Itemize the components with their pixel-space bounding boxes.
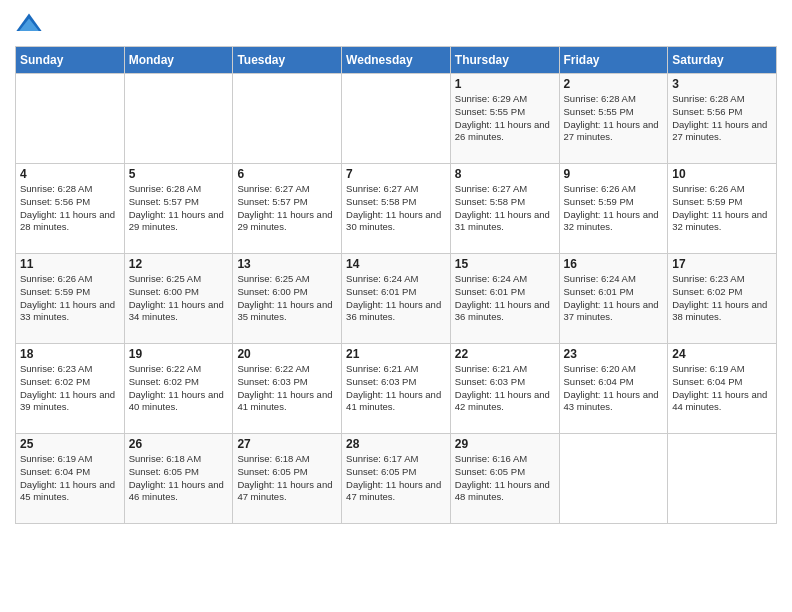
day-info: Sunrise: 6:29 AMSunset: 5:55 PMDaylight:… [455,93,555,144]
day-info: Sunrise: 6:18 AMSunset: 6:05 PMDaylight:… [237,453,337,504]
day-info: Sunrise: 6:17 AMSunset: 6:05 PMDaylight:… [346,453,446,504]
day-number: 21 [346,347,446,361]
calendar-cell: 11 Sunrise: 6:26 AMSunset: 5:59 PMDaylig… [16,254,125,344]
day-info: Sunrise: 6:21 AMSunset: 6:03 PMDaylight:… [346,363,446,414]
day-number: 19 [129,347,229,361]
calendar-cell [124,74,233,164]
calendar-cell: 13 Sunrise: 6:25 AMSunset: 6:00 PMDaylig… [233,254,342,344]
week-row-4: 18 Sunrise: 6:23 AMSunset: 6:02 PMDaylig… [16,344,777,434]
day-number: 1 [455,77,555,91]
calendar-cell: 25 Sunrise: 6:19 AMSunset: 6:04 PMDaylig… [16,434,125,524]
calendar-cell: 7 Sunrise: 6:27 AMSunset: 5:58 PMDayligh… [342,164,451,254]
day-info: Sunrise: 6:26 AMSunset: 5:59 PMDaylight:… [564,183,664,234]
calendar-cell: 2 Sunrise: 6:28 AMSunset: 5:55 PMDayligh… [559,74,668,164]
day-info: Sunrise: 6:24 AMSunset: 6:01 PMDaylight:… [455,273,555,324]
day-number: 5 [129,167,229,181]
day-number: 24 [672,347,772,361]
day-info: Sunrise: 6:24 AMSunset: 6:01 PMDaylight:… [564,273,664,324]
logo [15,10,47,38]
calendar-cell: 12 Sunrise: 6:25 AMSunset: 6:00 PMDaylig… [124,254,233,344]
calendar-cell: 4 Sunrise: 6:28 AMSunset: 5:56 PMDayligh… [16,164,125,254]
day-info: Sunrise: 6:19 AMSunset: 6:04 PMDaylight:… [20,453,120,504]
calendar-cell: 19 Sunrise: 6:22 AMSunset: 6:02 PMDaylig… [124,344,233,434]
calendar-cell: 17 Sunrise: 6:23 AMSunset: 6:02 PMDaylig… [668,254,777,344]
week-row-5: 25 Sunrise: 6:19 AMSunset: 6:04 PMDaylig… [16,434,777,524]
day-number: 13 [237,257,337,271]
day-info: Sunrise: 6:28 AMSunset: 5:56 PMDaylight:… [672,93,772,144]
day-info: Sunrise: 6:25 AMSunset: 6:00 PMDaylight:… [129,273,229,324]
day-info: Sunrise: 6:19 AMSunset: 6:04 PMDaylight:… [672,363,772,414]
calendar-cell [233,74,342,164]
calendar-cell: 18 Sunrise: 6:23 AMSunset: 6:02 PMDaylig… [16,344,125,434]
day-info: Sunrise: 6:21 AMSunset: 6:03 PMDaylight:… [455,363,555,414]
calendar-cell: 21 Sunrise: 6:21 AMSunset: 6:03 PMDaylig… [342,344,451,434]
day-number: 2 [564,77,664,91]
day-number: 28 [346,437,446,451]
day-info: Sunrise: 6:27 AMSunset: 5:58 PMDaylight:… [346,183,446,234]
day-info: Sunrise: 6:28 AMSunset: 5:57 PMDaylight:… [129,183,229,234]
day-info: Sunrise: 6:28 AMSunset: 5:56 PMDaylight:… [20,183,120,234]
day-number: 12 [129,257,229,271]
calendar-cell: 1 Sunrise: 6:29 AMSunset: 5:55 PMDayligh… [450,74,559,164]
calendar-cell: 3 Sunrise: 6:28 AMSunset: 5:56 PMDayligh… [668,74,777,164]
column-header-saturday: Saturday [668,47,777,74]
week-row-1: 1 Sunrise: 6:29 AMSunset: 5:55 PMDayligh… [16,74,777,164]
calendar-cell: 26 Sunrise: 6:18 AMSunset: 6:05 PMDaylig… [124,434,233,524]
day-number: 11 [20,257,120,271]
day-number: 8 [455,167,555,181]
calendar-cell: 5 Sunrise: 6:28 AMSunset: 5:57 PMDayligh… [124,164,233,254]
calendar-cell [668,434,777,524]
day-number: 27 [237,437,337,451]
day-info: Sunrise: 6:23 AMSunset: 6:02 PMDaylight:… [672,273,772,324]
day-number: 16 [564,257,664,271]
calendar-cell: 23 Sunrise: 6:20 AMSunset: 6:04 PMDaylig… [559,344,668,434]
day-info: Sunrise: 6:18 AMSunset: 6:05 PMDaylight:… [129,453,229,504]
day-number: 20 [237,347,337,361]
calendar-cell [559,434,668,524]
calendar-cell: 29 Sunrise: 6:16 AMSunset: 6:05 PMDaylig… [450,434,559,524]
header-row: SundayMondayTuesdayWednesdayThursdayFrid… [16,47,777,74]
day-number: 18 [20,347,120,361]
day-info: Sunrise: 6:16 AMSunset: 6:05 PMDaylight:… [455,453,555,504]
day-number: 6 [237,167,337,181]
calendar-cell: 28 Sunrise: 6:17 AMSunset: 6:05 PMDaylig… [342,434,451,524]
day-info: Sunrise: 6:27 AMSunset: 5:57 PMDaylight:… [237,183,337,234]
calendar-cell: 9 Sunrise: 6:26 AMSunset: 5:59 PMDayligh… [559,164,668,254]
calendar-cell: 10 Sunrise: 6:26 AMSunset: 5:59 PMDaylig… [668,164,777,254]
calendar-cell: 27 Sunrise: 6:18 AMSunset: 6:05 PMDaylig… [233,434,342,524]
day-info: Sunrise: 6:22 AMSunset: 6:02 PMDaylight:… [129,363,229,414]
column-header-sunday: Sunday [16,47,125,74]
calendar-cell: 14 Sunrise: 6:24 AMSunset: 6:01 PMDaylig… [342,254,451,344]
day-number: 23 [564,347,664,361]
day-info: Sunrise: 6:20 AMSunset: 6:04 PMDaylight:… [564,363,664,414]
day-number: 29 [455,437,555,451]
day-number: 25 [20,437,120,451]
calendar-cell: 24 Sunrise: 6:19 AMSunset: 6:04 PMDaylig… [668,344,777,434]
column-header-friday: Friday [559,47,668,74]
day-number: 3 [672,77,772,91]
day-number: 26 [129,437,229,451]
calendar-cell: 15 Sunrise: 6:24 AMSunset: 6:01 PMDaylig… [450,254,559,344]
day-info: Sunrise: 6:26 AMSunset: 5:59 PMDaylight:… [20,273,120,324]
column-header-monday: Monday [124,47,233,74]
calendar-table: SundayMondayTuesdayWednesdayThursdayFrid… [15,46,777,524]
calendar-cell: 20 Sunrise: 6:22 AMSunset: 6:03 PMDaylig… [233,344,342,434]
day-number: 4 [20,167,120,181]
day-info: Sunrise: 6:24 AMSunset: 6:01 PMDaylight:… [346,273,446,324]
calendar-cell: 8 Sunrise: 6:27 AMSunset: 5:58 PMDayligh… [450,164,559,254]
day-info: Sunrise: 6:26 AMSunset: 5:59 PMDaylight:… [672,183,772,234]
day-number: 7 [346,167,446,181]
day-info: Sunrise: 6:28 AMSunset: 5:55 PMDaylight:… [564,93,664,144]
day-info: Sunrise: 6:27 AMSunset: 5:58 PMDaylight:… [455,183,555,234]
week-row-2: 4 Sunrise: 6:28 AMSunset: 5:56 PMDayligh… [16,164,777,254]
calendar-cell: 6 Sunrise: 6:27 AMSunset: 5:57 PMDayligh… [233,164,342,254]
calendar-cell: 22 Sunrise: 6:21 AMSunset: 6:03 PMDaylig… [450,344,559,434]
day-info: Sunrise: 6:25 AMSunset: 6:00 PMDaylight:… [237,273,337,324]
day-number: 22 [455,347,555,361]
column-header-wednesday: Wednesday [342,47,451,74]
day-info: Sunrise: 6:23 AMSunset: 6:02 PMDaylight:… [20,363,120,414]
logo-icon [15,10,43,38]
header [15,10,777,38]
week-row-3: 11 Sunrise: 6:26 AMSunset: 5:59 PMDaylig… [16,254,777,344]
calendar-cell [342,74,451,164]
